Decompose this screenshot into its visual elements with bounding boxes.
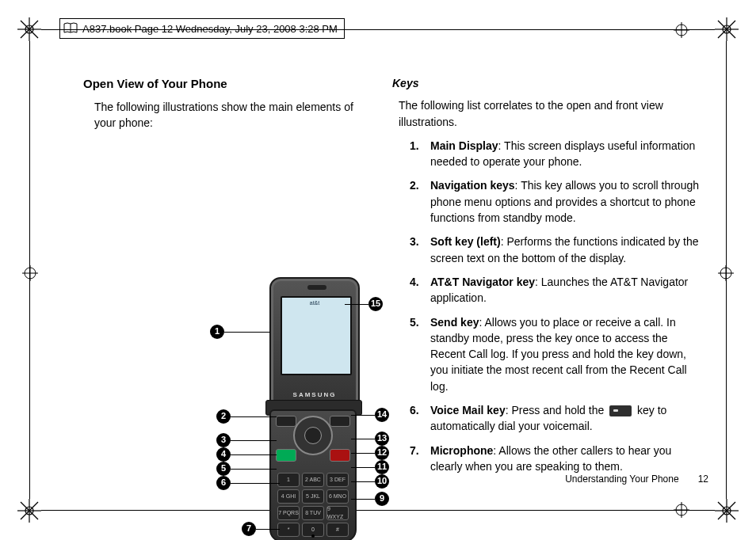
phone-screen [281, 296, 352, 375]
phone-key: 1 [277, 473, 300, 487]
phone-flip-top: at&t SAMSUNG [269, 277, 360, 407]
registration-starburst-icon [17, 499, 41, 523]
phone-key: 3 DEF [326, 473, 349, 487]
phone-key: 9 WXYZ [326, 506, 349, 520]
diagram-lead [231, 469, 277, 470]
phone-diagram: at&t SAMSUNG 1 2 ABC 3 DEF 4 GHI [210, 281, 392, 540]
diagram-lead [256, 529, 280, 530]
diagram-callout-10: 10 [375, 474, 389, 489]
list-item: 5. Send key: Allows you to place or rece… [392, 314, 701, 394]
item-term: Navigation keys [430, 179, 515, 192]
crop-rule [726, 41, 727, 499]
item-body: Soft key (left): Performs the functions … [430, 234, 701, 266]
diagram-callout-13: 13 [375, 432, 389, 446]
heading-open-view: Open View of Your Phone [83, 75, 368, 93]
item-body: AT&T Navigator key: Launches the AT&T Na… [430, 274, 701, 306]
item-body: Microphone: Allows the other callers to … [430, 443, 701, 475]
page-footer: Understanding Your Phone 12 [392, 473, 708, 485]
item-term: Soft key (left) [430, 235, 501, 248]
item-desc-before: : Press and hold the [506, 404, 607, 416]
diagram-callout-3: 3 [216, 433, 231, 447]
item-number: 5. [410, 314, 430, 394]
phone-brand-label: SAMSUNG [271, 390, 358, 400]
phone-microphone [311, 534, 315, 538]
list-item: 4. AT&T Navigator key: Launches the AT&T… [392, 274, 701, 306]
item-body: Voice Mail key: Press and hold the key t… [430, 402, 701, 435]
registration-target-icon [22, 265, 38, 281]
diagram-lead [231, 454, 277, 455]
diagram-callout-9: 9 [375, 492, 389, 506]
diagram-callout-15: 15 [368, 297, 383, 311]
diagram-callout-11: 11 [375, 460, 389, 474]
phone-key: 4 GHI [277, 489, 300, 504]
registration-target-icon [674, 22, 689, 38]
diagram-callout-7: 7 [242, 522, 256, 536]
item-term: Main Display [430, 139, 498, 152]
list-item: 1. Main Display: This screen displays us… [392, 138, 701, 170]
phone-softkey-left [276, 416, 296, 427]
phone-key: 5 JKL [302, 489, 324, 504]
phone-keypad-body: 1 2 ABC 3 DEF 4 GHI 5 JKL 6 MNO 7 PQRS 8… [269, 409, 357, 540]
diagram-callout-12: 12 [375, 446, 389, 460]
registration-starburst-icon [715, 17, 739, 41]
diagram-lead [351, 481, 375, 482]
list-item: 7. Microphone: Allows the other callers … [392, 443, 701, 475]
page-header-text: A837.book Page 12 Wednesday, July 23, 20… [82, 23, 338, 35]
phone-key: 2 ABC [302, 473, 324, 487]
footer-section: Understanding Your Phone [565, 473, 678, 485]
heading-keys: Keys [392, 75, 701, 91]
list-item: 6. Voice Mail key: Press and hold the ke… [392, 402, 701, 435]
diagram-callout-4: 4 [216, 447, 231, 462]
phone-number-keys: 1 2 ABC 3 DEF 4 GHI 5 JKL 6 MNO 7 PQRS 8… [277, 473, 349, 537]
diagram-callout-6: 6 [216, 476, 231, 490]
list-item: 2. Navigation keys: This key allows you … [392, 177, 701, 226]
diagram-lead [231, 416, 277, 417]
item-body: Navigation keys: This key allows you to … [430, 177, 701, 226]
phone-key: # [326, 523, 349, 537]
diagram-lead [345, 304, 368, 305]
left-intro-text: The following illustrations show the mai… [94, 99, 368, 131]
diagram-lead [351, 439, 375, 439]
left-column: Open View of Your Phone The following il… [83, 75, 368, 408]
phone-key: 6 MNO [326, 489, 349, 504]
diagram-lead [224, 332, 270, 333]
registration-starburst-icon [715, 499, 739, 523]
page-header-box: A837.book Page 12 Wednesday, July 23, 20… [59, 18, 345, 39]
voicemail-key-icon [609, 405, 632, 416]
diagram-callout-2: 2 [216, 409, 231, 424]
list-item: 3. Soft key (left): Performs the functio… [392, 234, 701, 266]
diagram-callout-5: 5 [216, 462, 231, 476]
phone-send-key [276, 449, 296, 462]
right-column: Keys The following list correlates to th… [392, 75, 701, 482]
phone-earpiece [307, 285, 326, 290]
item-number: 7. [410, 443, 430, 475]
item-number: 4. [410, 274, 430, 306]
diagram-lead [231, 440, 277, 441]
crop-rule [29, 41, 30, 499]
diagram-callout-14: 14 [375, 408, 389, 422]
keys-list: 1. Main Display: This screen displays us… [392, 138, 701, 474]
phone-key: 8 TUV [302, 506, 324, 520]
diagram-lead [351, 415, 375, 416]
item-number: 2. [410, 177, 430, 226]
item-number: 3. [410, 234, 430, 266]
item-term: Voice Mail key [430, 404, 506, 416]
diagram-lead [351, 499, 375, 500]
footer-page-number: 12 [698, 473, 708, 485]
item-term: Send key [430, 316, 479, 329]
item-body: Send key: Allows you to place or receive… [430, 314, 701, 394]
phone-end-key [330, 449, 350, 462]
diagram-lead [351, 467, 375, 468]
diagram-lead [351, 453, 375, 454]
phone-key: * [277, 523, 300, 537]
phone-key: 7 PQRS [277, 506, 300, 520]
item-term: Microphone [430, 444, 493, 457]
item-term: AT&T Navigator key [430, 276, 535, 288]
item-number: 6. [410, 402, 430, 435]
right-intro-text: The following list correlates to the ope… [399, 97, 701, 130]
registration-starburst-icon [17, 17, 41, 41]
item-number: 1. [410, 138, 430, 170]
book-icon [63, 22, 78, 35]
diagram-lead [231, 483, 280, 484]
diagram-callout-1: 1 [210, 325, 224, 339]
